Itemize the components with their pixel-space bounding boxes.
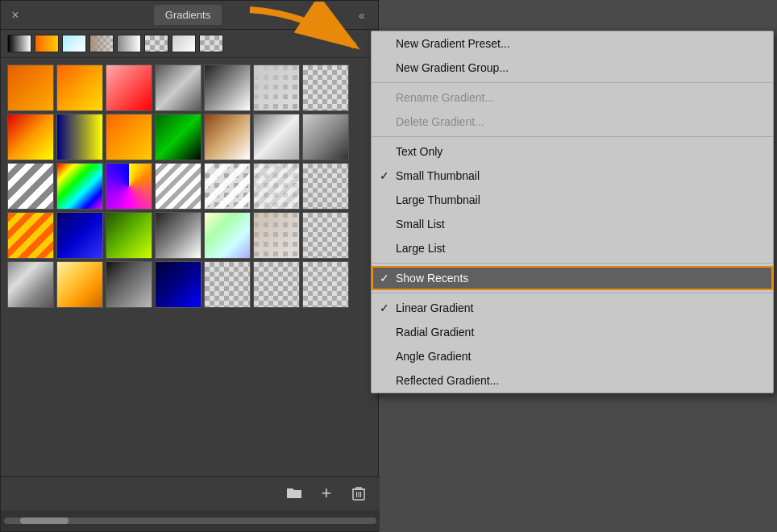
menu-separator-4 [372, 293, 773, 293]
gradient-swatch[interactable] [106, 212, 152, 259]
gradient-swatch[interactable] [204, 64, 251, 111]
gradient-swatch[interactable] [204, 212, 251, 259]
gradient-swatch[interactable] [56, 114, 103, 160]
gradient-swatch[interactable] [155, 163, 202, 210]
panel-toolbar: + [1, 476, 380, 509]
gradient-swatch[interactable] [302, 114, 349, 160]
menu-item-large-thumbnail[interactable]: Large Thumbnail [372, 188, 773, 212]
recent-swatch-5[interactable] [117, 35, 141, 52]
recent-swatch-1[interactable] [7, 35, 31, 52]
gradient-swatch[interactable] [253, 212, 300, 259]
gradient-grid [1, 58, 380, 314]
menu-item-small-list[interactable]: Small List [372, 212, 773, 236]
gradient-swatch[interactable] [106, 163, 152, 210]
gradient-swatch[interactable] [155, 114, 202, 160]
gradient-swatch[interactable] [302, 64, 349, 111]
gradient-swatch[interactable] [7, 212, 54, 259]
panel-scrollbar[interactable] [1, 510, 380, 531]
collapse-button[interactable]: « [352, 6, 372, 25]
gradient-swatch[interactable] [253, 163, 300, 210]
gradient-swatch[interactable] [204, 261, 251, 308]
menu-item-large-list[interactable]: Large List [372, 236, 773, 260]
recent-swatch-2[interactable] [35, 35, 59, 52]
gradient-swatch[interactable] [204, 114, 251, 160]
gradient-swatch[interactable] [302, 212, 349, 259]
gradient-swatch[interactable] [106, 64, 152, 111]
panel-titlebar: × Gradients « [1, 1, 378, 30]
delete-button[interactable] [347, 482, 370, 505]
gradient-swatch[interactable] [56, 261, 103, 308]
menu-item-new-gradient-group[interactable]: New Gradient Group... [372, 56, 773, 80]
gradient-swatch[interactable] [155, 64, 202, 111]
scrollbar-thumb[interactable] [20, 517, 69, 524]
gradient-swatch[interactable] [155, 212, 202, 259]
gradient-swatch[interactable] [7, 64, 54, 111]
recent-swatch-6[interactable] [144, 35, 168, 52]
panel-content [1, 30, 380, 476]
gradient-swatch[interactable] [106, 114, 152, 160]
recent-swatch-8[interactable] [199, 35, 223, 52]
add-button[interactable]: + [315, 482, 338, 505]
menu-item-angle-gradient[interactable]: Angle Gradient [372, 344, 773, 368]
menu-item-reflected-gradient[interactable]: Reflected Gradient... [372, 368, 773, 393]
close-button[interactable]: × [7, 7, 23, 23]
recent-swatch-4[interactable] [89, 35, 114, 52]
gradient-swatch[interactable] [302, 163, 349, 210]
gradient-swatch[interactable] [253, 261, 300, 308]
recent-swatch-3[interactable] [62, 35, 86, 52]
context-menu: New Gradient Preset... New Gradient Grou… [371, 31, 774, 393]
folder-button[interactable] [283, 482, 305, 505]
scrollbar-track [4, 517, 376, 524]
gradient-swatch[interactable] [302, 261, 349, 308]
gradient-swatch[interactable] [56, 212, 103, 259]
gradient-swatch[interactable] [7, 114, 54, 160]
menu-item-rename-gradient: Rename Gradient... [372, 85, 773, 110]
gradient-swatch[interactable] [253, 114, 300, 160]
gradients-panel: × Gradients « [0, 0, 379, 532]
menu-item-linear-gradient[interactable]: Linear Gradient [372, 296, 773, 320]
menu-item-text-only[interactable]: Text Only [372, 139, 773, 164]
menu-separator-1 [372, 82, 773, 83]
gradient-swatch[interactable] [56, 163, 103, 210]
recent-swatch-7[interactable] [172, 35, 196, 52]
menu-item-small-thumbnail[interactable]: Small Thumbnail [372, 164, 773, 188]
menu-item-delete-gradient: Delete Gradient... [372, 110, 773, 134]
gradient-swatch[interactable] [56, 64, 103, 111]
recent-swatches-row [1, 30, 380, 58]
menu-item-show-recents[interactable]: Show Recents [372, 266, 773, 290]
menu-item-new-gradient-preset[interactable]: New Gradient Preset... [372, 31, 773, 56]
menu-separator-2 [372, 136, 773, 137]
gradient-swatch[interactable] [253, 64, 300, 111]
panel-title: Gradients [154, 5, 222, 25]
gradient-swatch[interactable] [204, 163, 251, 210]
gradient-swatch[interactable] [7, 163, 54, 210]
menu-separator-3 [372, 263, 773, 264]
gradient-swatch[interactable] [106, 261, 152, 308]
gradient-swatch[interactable] [7, 261, 54, 308]
gradient-swatch[interactable] [155, 261, 202, 308]
menu-item-radial-gradient[interactable]: Radial Gradient [372, 320, 773, 344]
